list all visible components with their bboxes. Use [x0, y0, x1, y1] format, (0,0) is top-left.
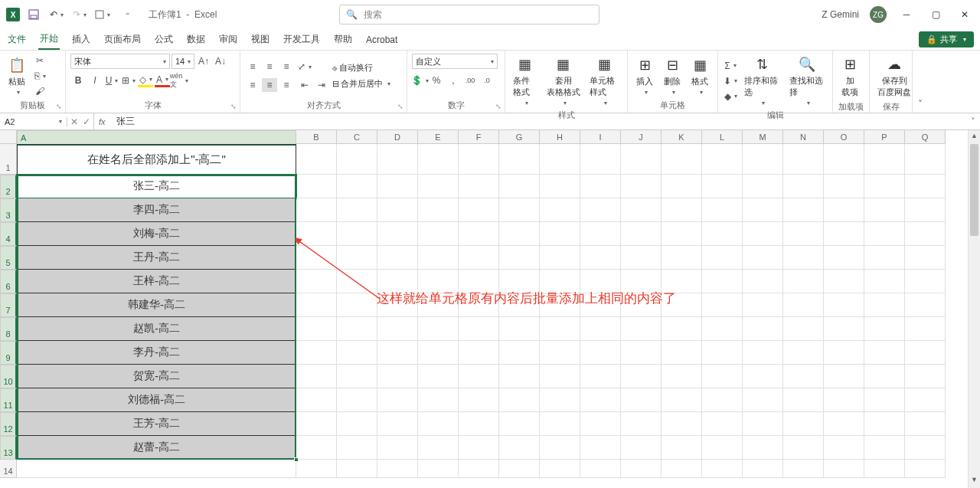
cell-A6[interactable]: 王梓-高二 [17, 270, 296, 293]
cell-L13[interactable] [702, 436, 743, 460]
row-header-14[interactable]: 14 [0, 460, 17, 478]
cell-styles-button[interactable]: ▦单元格样式▾ [586, 54, 622, 108]
cell-K9[interactable] [662, 341, 702, 365]
cell-A1[interactable]: 在姓名后全部添加上"-高二" [17, 144, 296, 175]
cell-B3[interactable] [296, 198, 337, 222]
enter-formula-icon[interactable]: ✓ [83, 116, 90, 127]
cell-O1[interactable] [824, 144, 864, 175]
cell-M8[interactable] [743, 317, 783, 341]
cell-I13[interactable] [580, 436, 621, 460]
expand-formula-bar-icon[interactable]: ˅ [966, 116, 980, 127]
user-name[interactable]: Z Gemini [822, 9, 859, 20]
cell-I4[interactable] [580, 222, 621, 246]
orientation-icon[interactable]: ⤢▾ [297, 60, 312, 74]
cell-P13[interactable] [864, 436, 905, 460]
cell-J11[interactable] [621, 388, 662, 412]
cell-K12[interactable] [662, 412, 702, 436]
cell-M3[interactable] [743, 198, 783, 222]
cell-B9[interactable] [296, 341, 337, 365]
cell-F9[interactable] [459, 341, 499, 365]
font-color-icon[interactable]: A▾ [155, 74, 170, 87]
cancel-formula-icon[interactable]: ✕ [70, 116, 78, 127]
cell-G1[interactable] [499, 144, 540, 175]
cell-B2[interactable] [296, 175, 337, 198]
cell-O13[interactable] [824, 436, 864, 460]
cell-A3[interactable]: 李四-高二 [17, 198, 296, 222]
cell-H13[interactable] [540, 436, 580, 460]
tab-help[interactable]: 帮助 [332, 30, 354, 49]
borders-icon[interactable]: ⊞▾ [121, 74, 136, 87]
cell-M5[interactable] [743, 246, 783, 270]
cell-P10[interactable] [864, 365, 905, 388]
cell-E4[interactable] [418, 222, 459, 246]
number-launcher[interactable]: ⤡ [495, 103, 501, 110]
cell-M2[interactable] [743, 175, 783, 198]
row-header-7[interactable]: 7 [0, 293, 17, 317]
cell-C12[interactable] [337, 412, 377, 436]
cell-M7[interactable] [743, 293, 783, 317]
row-header-4[interactable]: 4 [0, 222, 17, 246]
cell-G4[interactable] [499, 222, 540, 246]
cell-C14[interactable] [337, 460, 377, 478]
share-button[interactable]: 🔒 共享▾ [919, 31, 974, 47]
row-header-8[interactable]: 8 [0, 317, 17, 341]
addins-button[interactable]: ⊞加 载项 [838, 54, 862, 100]
tab-view[interactable]: 视图 [250, 30, 271, 49]
cell-O12[interactable] [824, 412, 864, 436]
align-top-icon[interactable]: ≡ [245, 60, 260, 74]
cell-N14[interactable] [783, 460, 824, 478]
col-header-B[interactable]: B [296, 130, 337, 144]
cell-K5[interactable] [662, 246, 702, 270]
cell-B12[interactable] [296, 412, 337, 436]
cell-B8[interactable] [296, 317, 337, 341]
cell-Q10[interactable] [905, 365, 946, 388]
comma-icon[interactable]: , [446, 74, 461, 87]
scroll-up-icon[interactable]: ▲ [969, 132, 980, 142]
cell-J9[interactable] [621, 341, 662, 365]
col-header-G[interactable]: G [499, 130, 540, 144]
cell-F13[interactable] [459, 436, 499, 460]
cell-A14[interactable] [17, 460, 296, 478]
cell-M12[interactable] [743, 412, 783, 436]
cell-B10[interactable] [296, 365, 337, 388]
cell-Q12[interactable] [905, 412, 946, 436]
cell-D12[interactable] [377, 412, 418, 436]
cell-P12[interactable] [864, 412, 905, 436]
cell-L14[interactable] [702, 460, 743, 478]
align-left-icon[interactable]: ≡ [245, 78, 260, 92]
cell-I3[interactable] [580, 198, 621, 222]
phonetic-icon[interactable]: wén文▾ [172, 74, 187, 87]
cell-O14[interactable] [824, 460, 864, 478]
cell-N9[interactable] [783, 341, 824, 365]
cell-I14[interactable] [580, 460, 621, 478]
decrease-decimal-icon[interactable]: .0 [479, 74, 495, 87]
cell-A5[interactable]: 王丹-高二 [17, 246, 296, 270]
cell-A13[interactable]: 赵蕾-高二 [17, 436, 296, 460]
wrap-text-button[interactable]: ⎆自动换行 [332, 62, 390, 74]
increase-indent-icon[interactable]: ⇥ [314, 78, 329, 92]
cell-N5[interactable] [783, 246, 824, 270]
cell-L4[interactable] [702, 222, 743, 246]
vertical-scrollbar[interactable]: ▲ ▼ [968, 130, 980, 488]
cell-N12[interactable] [783, 412, 824, 436]
cell-O11[interactable] [824, 388, 864, 412]
format-painter-icon[interactable]: 🖌 [32, 84, 47, 98]
cell-B14[interactable] [296, 460, 337, 478]
cell-H11[interactable] [540, 388, 580, 412]
cell-L8[interactable] [702, 317, 743, 341]
cell-Q6[interactable] [905, 270, 946, 293]
cell-E10[interactable] [418, 365, 459, 388]
cell-K4[interactable] [662, 222, 702, 246]
cell-J14[interactable] [621, 460, 662, 478]
align-bottom-icon[interactable]: ≡ [279, 60, 294, 74]
cell-G14[interactable] [499, 460, 540, 478]
cell-L3[interactable] [702, 198, 743, 222]
cell-C10[interactable] [337, 365, 377, 388]
copy-icon[interactable]: ⎘▾ [32, 69, 47, 83]
cell-K8[interactable] [662, 317, 702, 341]
save-icon[interactable] [26, 7, 41, 22]
cell-J2[interactable] [621, 175, 662, 198]
row-header-11[interactable]: 11 [0, 388, 17, 412]
col-header-N[interactable]: N [783, 130, 824, 144]
bold-icon[interactable]: B [70, 74, 86, 87]
